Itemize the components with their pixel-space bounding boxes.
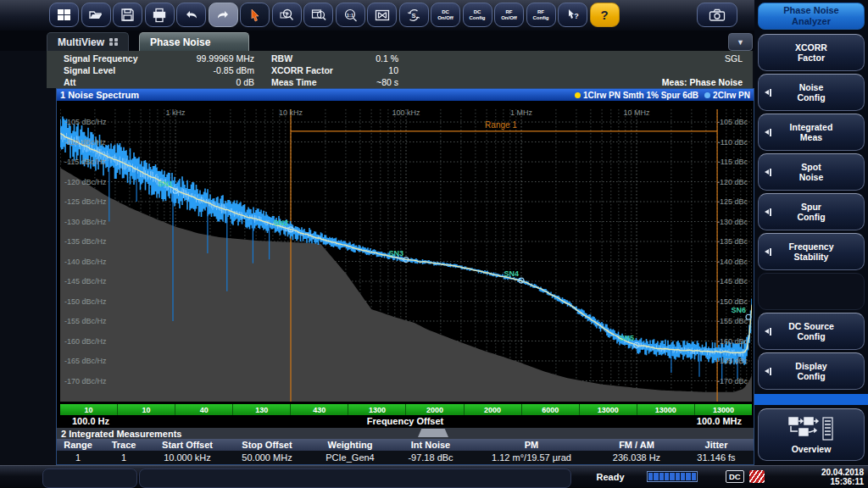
xcorr-segment: 13000	[695, 404, 752, 415]
table-col-header: FM / AM	[594, 439, 679, 451]
tab-phase-noise-label: Phase Noise	[150, 36, 210, 48]
noise-spectrum-chart: Range 1SN1SN2SN3SN4SN5SN61 kHz10 kHz100 …	[60, 101, 752, 404]
screenshot-button[interactable]	[697, 3, 737, 27]
setting-value[interactable]: -0.85 dBm	[157, 64, 254, 76]
integrated-measurements-window: 2 Integrated Measurements RangeTraceStar…	[56, 428, 754, 465]
print-button[interactable]	[145, 3, 175, 27]
svg-text:SN1: SN1	[158, 180, 173, 188]
svg-text:?: ?	[574, 12, 579, 20]
zoom-button[interactable]	[272, 3, 302, 27]
context-help-button[interactable]: ?	[558, 3, 587, 27]
xcorr-segment: 430	[291, 404, 348, 415]
rf-onoff-button[interactable]: RF On/Off	[494, 3, 524, 27]
softkey-spot-noise[interactable]: SpotNoise	[758, 153, 865, 191]
tab-phase-noise[interactable]: Phase Noise	[139, 32, 249, 51]
fit-display-icon	[375, 8, 390, 23]
legend-text: 2Clrw PN	[713, 91, 750, 100]
status-time: 15:36:11	[821, 477, 864, 486]
status-bar: Ready DC 20.04.2018 15:36:11	[0, 465, 868, 488]
rf-onoff-label-2: On/Off	[501, 15, 517, 21]
svg-text:-135 dBc: -135 dBc	[717, 237, 748, 246]
setting-label: Signal Frequency	[64, 53, 138, 64]
select-cursor-button[interactable]	[240, 3, 270, 27]
table-cell: PCIe_Gen4	[308, 451, 392, 463]
softkey-dc-source-config[interactable]: DC SourceConfig	[758, 313, 865, 350]
save-button[interactable]	[113, 3, 142, 27]
xcorr-segment: 2000	[465, 404, 522, 415]
softkey-integrated-meas[interactable]: IntegratedMeas	[758, 114, 865, 151]
table-col-header: Trace	[99, 439, 148, 451]
rf-config-button[interactable]: RF Config	[526, 3, 556, 27]
dc-config-button[interactable]: DC Config	[463, 3, 492, 27]
softkey-frequency-stability[interactable]: FrequencyStability	[758, 233, 865, 270]
overview-button[interactable]: Overview	[758, 408, 865, 461]
rf-onoff-label-1: RF	[506, 9, 513, 15]
svg-text:10 MHz: 10 MHz	[623, 108, 650, 117]
zoom-window-icon	[311, 8, 326, 23]
setting-value[interactable]: 0 dB	[157, 76, 254, 88]
help-button[interactable]: ?	[590, 3, 620, 27]
status-date: 20.04.2018	[821, 468, 864, 477]
chevron-down-icon: ▼	[737, 38, 744, 47]
table-cell: 1	[99, 451, 148, 463]
xcorr-segment-bar: 1010401304301300200020006000130001300013…	[60, 404, 752, 415]
open-button[interactable]	[81, 3, 111, 27]
softkey-noise-config[interactable]: NoiseConfig	[758, 74, 865, 111]
integrated-measurements-titlebar[interactable]: 2 Integrated Measurements	[57, 428, 754, 439]
xcorr-segment: 6000	[522, 404, 580, 415]
setting-label: Att	[64, 76, 76, 88]
softkey-display-config[interactable]: DisplayConfig	[758, 352, 865, 390]
setting-label: XCORR Factor	[271, 64, 333, 76]
softkey-sidebar: Phase Noise Analyzer XCORRFactorNoiseCon…	[754, 0, 868, 465]
table-cell: 10.000 kHz	[148, 451, 226, 463]
tab-multiview[interactable]: MultiView	[47, 32, 129, 51]
svg-text:SN5: SN5	[619, 334, 634, 342]
sequencer-button[interactable]: S	[399, 3, 429, 27]
softkey-empty	[758, 273, 865, 310]
measurement-table-row[interactable]: 1110.000 kHz50.000 MHzPCIe_Gen4-97.18 dB…	[57, 451, 754, 463]
redo-button[interactable]	[209, 3, 238, 27]
windows-button[interactable]	[49, 3, 79, 27]
svg-text:10 kHz: 10 kHz	[279, 108, 303, 117]
submenu-arrow-icon	[765, 328, 772, 336]
softkey-xcorr-factor[interactable]: XCORRFactor	[758, 34, 865, 71]
svg-text:-125 dBc: -125 dBc	[717, 197, 748, 206]
undo-button[interactable]	[176, 3, 206, 27]
window2-title: 2 Integrated Measurements	[61, 429, 181, 439]
open-folder-icon	[88, 8, 103, 23]
setting-value[interactable]: ~80 s	[339, 76, 398, 88]
dc-onoff-button[interactable]: DC On/Off	[431, 3, 460, 27]
svg-text:-165 dBc: -165 dBc	[717, 357, 748, 365]
svg-text:-105 dBc: -105 dBc	[717, 118, 748, 126]
zoom-1to1-icon: 1:1	[342, 8, 359, 23]
setting-value[interactable]: 10	[339, 64, 398, 76]
svg-text:-120 dBc: -120 dBc	[717, 178, 748, 186]
svg-text:-145 dBc/Hz: -145 dBc/Hz	[64, 277, 107, 286]
setting-value[interactable]: 99.99969 MHz	[157, 53, 254, 64]
xcorr-segment: 10	[60, 404, 118, 415]
legend-dot-icon	[575, 92, 581, 98]
zoom-icon	[279, 8, 294, 23]
legend-item[interactable]: 1Clrw PN Smth 1% Spur 6dB	[575, 91, 698, 100]
softkey-spur-config[interactable]: SpurConfig	[758, 193, 865, 230]
xcorr-segment: 13000	[580, 404, 637, 415]
softkey-label: Spur	[801, 202, 821, 213]
softkey-label: Noise	[799, 82, 824, 93]
softkey-label: XCORR	[795, 42, 827, 53]
fit-display-button[interactable]	[367, 3, 397, 27]
submenu-arrow-icon	[765, 248, 772, 256]
submenu-arrow-icon	[765, 368, 772, 375]
app-title-button[interactable]: Phase Noise Analyzer	[758, 3, 865, 30]
table-col-header: Jitter	[679, 439, 754, 451]
measurement-progress-bar	[647, 471, 698, 482]
setting-value[interactable]: 0.1 %	[339, 53, 398, 64]
zoom-window-button[interactable]	[303, 3, 333, 27]
rs-logo-badge	[749, 470, 765, 483]
softkey-label: Integrated	[790, 122, 833, 133]
splitter-drag-handle[interactable]	[418, 429, 448, 437]
zoom-1to1-button[interactable]: 1:1	[336, 3, 365, 27]
noise-spectrum-titlebar[interactable]: 1 Noise Spectrum 1Clrw PN Smth 1% Spur 6…	[57, 89, 754, 101]
tab-dropdown-button[interactable]: ▼	[728, 33, 753, 51]
dc-config-label-1: DC	[474, 9, 481, 15]
legend-item[interactable]: 2Clrw PN	[704, 91, 750, 100]
